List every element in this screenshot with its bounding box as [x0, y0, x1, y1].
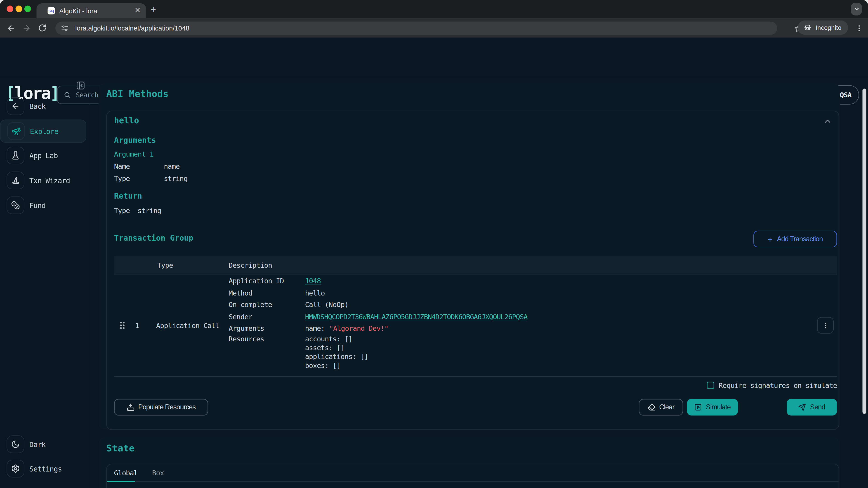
- transaction-row[interactable]: 1 Application Call Application ID 1048 M…: [114, 274, 837, 377]
- field-sender: Sender HMWDSHQCOPD2T36WBAHLAZ6PO5GDJJZBN…: [228, 311, 527, 323]
- txn-wizard-icon-box: [6, 171, 24, 189]
- argument-type-row: Type string: [114, 174, 187, 183]
- close-window-button[interactable]: [6, 5, 13, 12]
- method-name: hello: [114, 116, 139, 126]
- simulate-button[interactable]: Simulate: [687, 399, 738, 416]
- sidebar-item-label: Settings: [29, 464, 62, 473]
- resource-applications: applications: []: [305, 352, 368, 361]
- maximize-window-button[interactable]: [24, 5, 31, 12]
- field-key: Application ID: [228, 277, 305, 285]
- resource-boxes: boxes: []: [305, 361, 368, 370]
- action-buttons-row: Populate Resources Clear Simulate Send: [114, 399, 837, 416]
- abi-methods-title: ABI Methods: [106, 88, 168, 99]
- app-lab-icon-box: [6, 147, 24, 164]
- site-settings-icon[interactable]: [59, 21, 71, 36]
- forward-nav-button[interactable]: [19, 20, 34, 36]
- arrow-right-icon: [22, 24, 31, 32]
- sidebar-item-label: App Lab: [29, 151, 58, 160]
- argument-name-key: Name: [114, 162, 164, 170]
- transaction-menu-button[interactable]: [817, 317, 834, 333]
- transaction-table: Type Description 1 Application Call Appl…: [114, 256, 837, 377]
- sidebar-item-fund[interactable]: Fund: [0, 196, 86, 214]
- download-tray-icon: [127, 403, 134, 411]
- sender-address-link[interactable]: HMWDSHQCOPD2T36WBAHLAZ6PO5GDJJZBN4D2TODK…: [305, 313, 527, 321]
- kebab-menu-icon: [822, 322, 829, 329]
- square-play-icon: [694, 403, 702, 411]
- flask-icon: [11, 151, 20, 160]
- minimize-window-button[interactable]: [16, 5, 22, 12]
- incognito-label: Incognito: [815, 24, 841, 31]
- address-bar[interactable]: lora.algokit.io/localnet/application/104…: [55, 22, 777, 35]
- tab-global[interactable]: Global: [107, 464, 145, 482]
- send-label: Send: [810, 403, 825, 411]
- add-transaction-label: Add Transaction: [777, 235, 823, 243]
- grip-dots-icon: [119, 321, 126, 330]
- method-card: hello Arguments Argument 1 Name name Typ…: [106, 111, 839, 430]
- sidebar-collapse-button[interactable]: [75, 80, 86, 91]
- argument-value: "Algorand Dev!": [329, 324, 388, 333]
- app-header: [lora] LocalNet HMWD…PQSA: [0, 38, 868, 77]
- sidebar: Back Explore App Lab Txn Wizard Fund: [0, 77, 90, 488]
- clear-button[interactable]: Clear: [639, 399, 683, 416]
- sidebar-item-label: Txn Wizard: [29, 176, 70, 185]
- sidebar-item-label: Back: [29, 102, 46, 110]
- return-key: Type: [114, 206, 130, 215]
- require-signatures-label: Require signatures on simulate: [719, 381, 837, 390]
- page-scrollbar[interactable]: [863, 89, 866, 414]
- field-key: Resources: [228, 334, 305, 343]
- reload-button[interactable]: [34, 20, 50, 36]
- sidebar-item-txn-wizard[interactable]: Txn Wizard: [0, 171, 86, 189]
- argument-key: name:: [305, 324, 324, 333]
- telescope-icon: [11, 127, 21, 136]
- gear-icon: [11, 464, 20, 473]
- drag-handle[interactable]: [119, 321, 126, 330]
- abi-methods-section: ABI Methods hello Arguments Argument 1 N…: [98, 83, 840, 430]
- populate-resources-label: Populate Resources: [138, 403, 196, 411]
- return-heading: Return: [114, 191, 142, 200]
- sidebar-item-theme-toggle[interactable]: Dark: [0, 435, 86, 453]
- application-id-link[interactable]: 1048: [305, 277, 321, 285]
- new-tab-button[interactable]: +: [151, 4, 156, 15]
- tab-search-button[interactable]: [851, 3, 862, 15]
- back-nav-button[interactable]: [3, 20, 19, 36]
- tab-close-icon[interactable]: ✕: [134, 6, 141, 14]
- sidebar-item-back[interactable]: Back: [0, 97, 86, 115]
- add-transaction-button[interactable]: + Add Transaction: [753, 231, 837, 247]
- field-method: Method hello: [228, 287, 527, 299]
- wizard-hat-icon: [11, 176, 20, 185]
- reload-icon: [38, 24, 46, 32]
- kebab-menu-icon: [855, 24, 863, 32]
- sidebar-item-settings[interactable]: Settings: [0, 460, 86, 477]
- sidebar-item-explore[interactable]: Explore: [0, 120, 86, 143]
- require-signatures-row: Require signatures on simulate: [707, 381, 837, 390]
- plus-icon: +: [768, 235, 772, 243]
- tab-box[interactable]: Box: [145, 464, 171, 482]
- browser-menu-button[interactable]: [851, 21, 867, 36]
- browser-tab[interactable]: [ak] AlgoKit - lora ✕: [37, 3, 146, 18]
- coins-icon: [11, 201, 20, 210]
- require-signatures-checkbox[interactable]: [707, 382, 714, 389]
- panel-collapse-icon: [75, 80, 85, 90]
- field-application-id: Application ID 1048: [228, 275, 527, 287]
- tab-strip: [ak] AlgoKit - lora ✕ +: [0, 0, 868, 18]
- moon-icon: [11, 440, 20, 449]
- argument-type-value: string: [164, 174, 188, 183]
- populate-resources-button[interactable]: Populate Resources: [114, 399, 208, 416]
- sidebar-item-app-lab[interactable]: App Lab: [0, 147, 86, 164]
- transaction-table-header: Type Description: [114, 256, 837, 274]
- browser-toolbar: lora.algokit.io/localnet/application/104…: [0, 18, 868, 38]
- sidebar-item-label: Fund: [29, 201, 46, 209]
- clear-label: Clear: [659, 403, 674, 411]
- browser-window: [ak] AlgoKit - lora ✕ + lora.algokit.io/…: [0, 0, 868, 488]
- explore-icon-box: [7, 122, 25, 140]
- state-title: State: [106, 443, 134, 454]
- back-icon-box: [6, 97, 24, 115]
- state-tabs: Global Box: [107, 464, 839, 482]
- method-value: hello: [305, 289, 324, 297]
- column-header-description: Description: [228, 261, 272, 269]
- field-key: Arguments: [228, 324, 305, 333]
- return-row: Type string: [114, 206, 161, 215]
- transaction-index: 1: [135, 322, 139, 330]
- collapse-method-button[interactable]: [823, 117, 832, 126]
- send-button[interactable]: Send: [786, 399, 837, 416]
